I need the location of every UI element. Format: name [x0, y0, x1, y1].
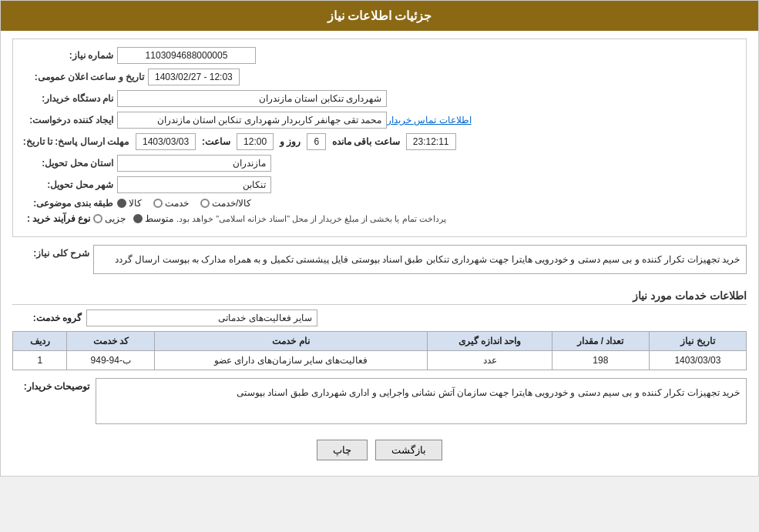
ijad-label: ایجاد کننده درخواست: — [21, 115, 113, 125]
shahr-row: تنکابن شهر محل تحویل: — [21, 176, 738, 193]
namdastgah-label: نام دستگاه خریدار: — [21, 93, 113, 104]
cell-radif: 1 — [13, 351, 67, 370]
farayand-options: متوسط جزیی — [93, 213, 173, 224]
ijad-value: محمد تقی جهانفر کاربردار شهرداری تنکابن … — [117, 112, 387, 129]
elan-date-value: 1403/02/27 - 12:03 — [148, 69, 240, 85]
khidmat-label: خدمت — [165, 198, 189, 209]
tabaghe-options: کالا/خدمت خدمت کالا — [117, 198, 251, 209]
sharh-text: خرید تجهیزات تکرار کننده و بی سیم دستی و… — [93, 245, 747, 274]
khidmat-radio[interactable] — [153, 199, 163, 208]
page-header: جزئیات اطلاعات نیاز — [1, 1, 758, 31]
buyer-desc-label: توصیحات خریدار: — [12, 378, 89, 392]
page-wrapper: جزئیات اطلاعات نیاز 1103094688000005 شما… — [0, 0, 759, 477]
cell-tarikh: 1403/03/03 — [649, 351, 746, 370]
sharh-section: خرید تجهیزات تکرار کننده و بی سیم دستی و… — [12, 245, 747, 282]
form-section: 1103094688000005 شماره نیاز: 1403/02/27 … — [12, 38, 747, 237]
cell-tedad: 198 — [552, 351, 649, 370]
namdastgah-row: شهرداری تنکابن استان مازندران نام دستگاه… — [21, 90, 738, 107]
col-tedad: تعداد / مقدار — [552, 332, 649, 351]
shahr-value: تنکابن — [117, 176, 271, 193]
farayand-label: نوع فرآیند خرید : — [21, 213, 90, 224]
timer-value: 23:12:11 — [406, 133, 456, 150]
tabaghe-row: کالا/خدمت خدمت کالا طبقه بندی موضوعی: — [21, 198, 738, 209]
shomare-niaz-label: شماره نیاز: — [21, 50, 113, 61]
action-buttons: بازگشت چاپ — [12, 432, 747, 468]
kala-khidmat-label: کالا/خدمت — [212, 198, 251, 209]
jozii-radio[interactable] — [93, 214, 102, 223]
mohlat-date: 1403/03/03 — [136, 133, 196, 150]
etelaat-tamas-link[interactable]: اطلاعات تماس خریدار — [387, 115, 472, 125]
namdastgah-value: شهرداری تنکابن استان مازندران — [117, 90, 387, 107]
col-tarikh: تاریخ نیاز — [649, 332, 746, 351]
saat-label: ساعت: — [202, 136, 230, 147]
group-row: سایر فعالیت‌های خدماتی گروه خدمت: — [12, 309, 747, 326]
sharh-label: شرح کلی نیاز: — [12, 245, 89, 259]
print-button[interactable]: چاپ — [317, 440, 368, 460]
baghi-mande-label: ساعت باقی مانده — [332, 136, 400, 147]
col-kod: کد خدمت — [67, 332, 155, 351]
motavasset-radio[interactable] — [133, 214, 143, 223]
buyer-desc-section: خرید تجهیزات تکرار کننده و بی سیم دستی و… — [12, 378, 747, 424]
tabaghe-kala-khidmat: کالا/خدمت — [200, 198, 251, 209]
col-name: نام خدمت — [155, 332, 428, 351]
saat-value: 12:00 — [237, 133, 274, 150]
kala-khidmat-radio[interactable] — [200, 199, 210, 208]
tabaghe-khidmat: خدمت — [153, 198, 189, 209]
tabaghe-kala: کالا — [117, 198, 142, 209]
elan-label: تاریخ و ساعت اعلان عمومی: — [21, 72, 144, 82]
page-title: جزئیات اطلاعات نیاز — [327, 9, 432, 22]
farayand-row: پرداخت تمام یا بخشی از مبلغ خریدار از مح… — [21, 213, 738, 224]
sharh-content: خرید تجهیزات تکرار کننده و بی سیم دستی و… — [115, 254, 740, 265]
cell-vahed: عدد — [428, 351, 552, 370]
mohlat-row: 23:12:11 ساعت باقی مانده 6 روز و 12:00 س… — [21, 133, 738, 150]
group-value: سایر فعالیت‌های خدماتی — [86, 309, 317, 326]
services-title: اطلاعات خدمات مورد نیاز — [12, 289, 747, 305]
back-button[interactable]: بازگشت — [375, 440, 442, 460]
ostan-row: مازندران استان محل تحویل: — [21, 155, 738, 172]
table-header-row: تاریخ نیاز تعداد / مقدار واحد اندازه گیر… — [13, 332, 747, 351]
rooz-label: روز و — [280, 136, 301, 147]
mohlat-label: مهلت ارسال پاسخ: تا تاریخ: — [21, 136, 129, 147]
kala-label: کالا — [129, 198, 142, 209]
cell-name: فعالیت‌های سایر سازمان‌های دارای عضو — [155, 351, 428, 370]
col-vahed: واحد اندازه گیری — [428, 332, 552, 351]
ostan-label: استان محل تحویل: — [21, 158, 113, 169]
shahr-label: شهر محل تحویل: — [21, 179, 113, 190]
ijad-row: اطلاعات تماس خریدار محمد تقی جهانفر کارب… — [21, 112, 738, 129]
table-row: 1403/03/03 198 عدد فعالیت‌های سایر سازما… — [13, 351, 747, 370]
main-content: 1103094688000005 شماره نیاز: 1403/02/27 … — [1, 31, 758, 476]
ostan-value: مازندران — [117, 155, 271, 172]
cell-kod: ب-94-949 — [67, 351, 155, 370]
tabaghe-label: طبقه بندی موضوعی: — [21, 198, 113, 209]
group-label: گروه خدمت: — [12, 313, 82, 323]
buyer-value-col: خرید تجهیزات تکرار کننده و بی سیم دستی و… — [96, 378, 747, 424]
farayand-motavasset: متوسط — [133, 213, 173, 224]
farayand-note: پرداخت تمام یا بخشی از مبلغ خریدار از مح… — [176, 214, 446, 224]
rooz-value: 6 — [307, 133, 326, 150]
farayand-jozii: جزیی — [93, 213, 126, 224]
kala-radio[interactable] — [117, 199, 126, 208]
items-table: تاریخ نیاز تعداد / مقدار واحد اندازه گیر… — [12, 331, 747, 370]
buyer-desc-text: خرید تجهیزات تکرار کننده و بی سیم دستی و… — [96, 378, 747, 424]
shomare-niaz-row: 1103094688000005 شماره نیاز: — [21, 47, 738, 64]
motavasset-label: متوسط — [145, 213, 173, 224]
elan-row: 1403/02/27 - 12:03 تاریخ و ساعت اعلان عم… — [21, 69, 738, 85]
shomare-niaz-value: 1103094688000005 — [117, 47, 256, 64]
jozii-label: جزیی — [105, 213, 126, 224]
col-radif: ردیف — [13, 332, 67, 351]
